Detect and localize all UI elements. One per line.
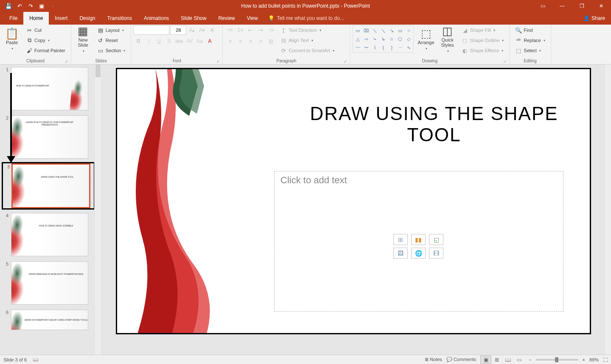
paste-button[interactable]: 📋 Paste ▾ [3, 25, 21, 55]
tab-insert[interactable]: Insert [49, 12, 73, 25]
insert-picture-icon[interactable]: 🖼 [393, 248, 408, 259]
shape-rectangle-icon[interactable]: ▭ [354, 27, 362, 34]
italic-button[interactable]: I [144, 36, 153, 46]
shape-line2-icon[interactable]: ＼ [379, 27, 387, 34]
undo-button[interactable]: ↶ [14, 1, 25, 11]
tab-design[interactable]: Design [73, 12, 101, 25]
layout-button[interactable]: ▤Layout▾ [94, 25, 129, 35]
fit-to-window-button[interactable]: ⛶ [603, 357, 608, 362]
insert-table-icon[interactable]: ⊞ [393, 234, 408, 245]
dialog-launcher-icon[interactable]: ⤢ [344, 59, 347, 64]
replace-button[interactable]: ᵃᵇReplace▾ [512, 36, 548, 45]
arrange-button[interactable]: ⬚Arrange▾ [415, 25, 436, 55]
shape-curve-icon[interactable]: 〰 [354, 44, 362, 51]
reading-view-button[interactable]: 📖 [502, 356, 513, 364]
insert-online-picture-icon[interactable]: 🌐 [411, 248, 426, 259]
font-size-combo[interactable] [170, 25, 186, 35]
bullets-button[interactable]: •≡ [225, 25, 235, 35]
dialog-launcher-icon[interactable]: ⤢ [503, 59, 507, 64]
zoom-percentage[interactable]: 89% [589, 357, 599, 362]
strikethrough-button[interactable]: abc [174, 36, 184, 46]
shape-outline-button[interactable]: ◻Shape Outline▾ [459, 36, 507, 45]
shape-star-icon[interactable]: ☆ [388, 35, 395, 43]
tab-review[interactable]: Review [212, 12, 241, 25]
tab-slideshow[interactable]: Slide Show [175, 12, 212, 25]
font-color-button[interactable]: A [205, 36, 214, 46]
zoom-slider-thumb[interactable] [555, 357, 558, 362]
zoom-slider[interactable] [536, 359, 578, 361]
slide-sorter-view-button[interactable]: ⊞ [491, 356, 502, 364]
shape-brace-right-icon[interactable]: } [388, 44, 395, 51]
shape-rect2-icon[interactable]: ▭ [396, 27, 404, 34]
qat-customize-button[interactable]: ▾ [48, 1, 58, 11]
slide-thumbnail-2[interactable]: 2 LEARN HOW TO DRAW IN YOUR POWERPOINT P… [0, 113, 101, 161]
shape-brace-left-icon[interactable]: { [379, 44, 387, 51]
zoom-in-button[interactable]: + [583, 357, 585, 362]
ribbon-display-options-button[interactable]: ▭ [533, 0, 552, 12]
cut-button[interactable]: ✂Cut [23, 25, 68, 35]
shapes-gallery[interactable]: ▭ ⌧ ＼ ＼ ↘ ▭ ○ △ ⇨ ⤷ ↳ ☆ ⬡ ◇ 〰 〜 ⌇ { } ⋯ [353, 25, 414, 53]
quick-styles-button[interactable]: ◫Quick Styles▾ [438, 25, 457, 55]
tab-view[interactable]: View [241, 12, 264, 25]
shape-callout-icon[interactable]: ◇ [405, 35, 412, 43]
slide-thumbnail-3[interactable]: 3 DRAW USING THE SHAPE TOOL [3, 163, 94, 208]
decrease-indent-button[interactable]: ⇤ [246, 25, 255, 35]
convert-smartart-button[interactable]: ⟳Convert to SmartArt▾ [277, 46, 337, 55]
zoom-out-button[interactable]: − [529, 357, 531, 362]
find-button[interactable]: 🔍Find [512, 25, 548, 35]
slide-thumbnail-4[interactable]: 4 HOW TO DRAW USING SCRIBBLE [0, 210, 101, 259]
spellcheck-icon[interactable]: 📖 [33, 357, 39, 362]
tab-transitions[interactable]: Transitions [101, 12, 138, 25]
shape-elbow2-icon[interactable]: ↳ [379, 35, 387, 43]
save-button[interactable]: 💾 [3, 1, 14, 11]
text-direction-button[interactable]: ⭥Text Direction▾ [277, 25, 337, 35]
align-left-button[interactable]: ≡ [225, 36, 235, 46]
underline-button[interactable]: U [154, 36, 163, 46]
bold-button[interactable]: B [134, 36, 143, 46]
shape-elbow-icon[interactable]: ⤷ [371, 35, 378, 43]
shape-line-icon[interactable]: ＼ [371, 27, 378, 34]
shape-arrow-icon[interactable]: ↘ [388, 27, 395, 34]
redo-button[interactable]: ↷ [25, 1, 36, 11]
increase-indent-button[interactable]: ⇥ [256, 25, 265, 35]
shape-curve2-icon[interactable]: 〜 [362, 44, 370, 51]
shape-hexagon-icon[interactable]: ⬡ [396, 35, 404, 43]
tab-home[interactable]: Home [23, 12, 49, 25]
copy-button[interactable]: ⧉Copy▾ [23, 36, 68, 45]
insert-video-icon[interactable]: 🎞 [429, 248, 443, 259]
slide-thumbnail-1[interactable]: 1 HOW TO DRAW IN POWERPOINT [0, 64, 101, 113]
format-painter-button[interactable]: 🖌Format Painter [23, 46, 68, 55]
close-window-button[interactable]: ✕ [591, 0, 611, 12]
insert-chart-icon[interactable]: ▮▮ [411, 234, 426, 245]
select-button[interactable]: ⬚Select▾ [512, 46, 548, 55]
font-family-combo[interactable] [134, 25, 169, 35]
share-button[interactable]: 👤 Share [577, 12, 611, 25]
minimize-button[interactable]: — [552, 0, 572, 12]
shape-triangle-icon[interactable]: △ [354, 35, 362, 43]
shape-textbox-icon[interactable]: ⌧ [362, 27, 370, 34]
slide-title[interactable]: DRAW USING THE SHAPE TOOL [304, 103, 564, 146]
dialog-launcher-icon[interactable]: ⤢ [216, 59, 220, 64]
line-spacing-button[interactable]: ↕≡ [266, 25, 275, 35]
scrollbar-handle[interactable] [95, 64, 101, 77]
thumbnail-scrollbar[interactable] [94, 64, 101, 355]
normal-view-button[interactable]: ▣ [480, 356, 491, 364]
increase-font-button[interactable]: A▴ [187, 25, 196, 35]
notes-button[interactable]: ≣ Notes [425, 357, 442, 362]
slide-canvas[interactable]: DRAW USING THE SHAPE TOOL Click to add t… [116, 68, 591, 334]
maximize-button[interactable]: ❐ [572, 0, 591, 12]
section-button[interactable]: ▭Section▾ [94, 46, 129, 55]
clear-formatting-button[interactable]: A̶ [207, 25, 217, 35]
align-center-button[interactable]: ≡ [235, 36, 245, 46]
shape-curve3-icon[interactable]: ⌇ [371, 44, 378, 51]
slideshow-view-button[interactable]: ▭ [513, 356, 524, 364]
shape-oval-icon[interactable]: ○ [405, 27, 412, 34]
start-from-beginning-button[interactable]: ▣ [36, 1, 47, 11]
justify-button[interactable]: ≡ [256, 36, 265, 46]
content-placeholder[interactable]: Click to add text ⊞ ▮▮ ◱ 🖼 🌐 🎞 [274, 171, 563, 312]
align-text-button[interactable]: ⊟Align Text▾ [277, 36, 337, 45]
dialog-launcher-icon[interactable]: ⤢ [65, 59, 68, 64]
tell-me-search[interactable]: 💡 Tell me what you want to do... [264, 12, 348, 25]
insert-smartart-icon[interactable]: ◱ [429, 234, 443, 245]
numbering-button[interactable]: 1≡ [235, 25, 245, 35]
